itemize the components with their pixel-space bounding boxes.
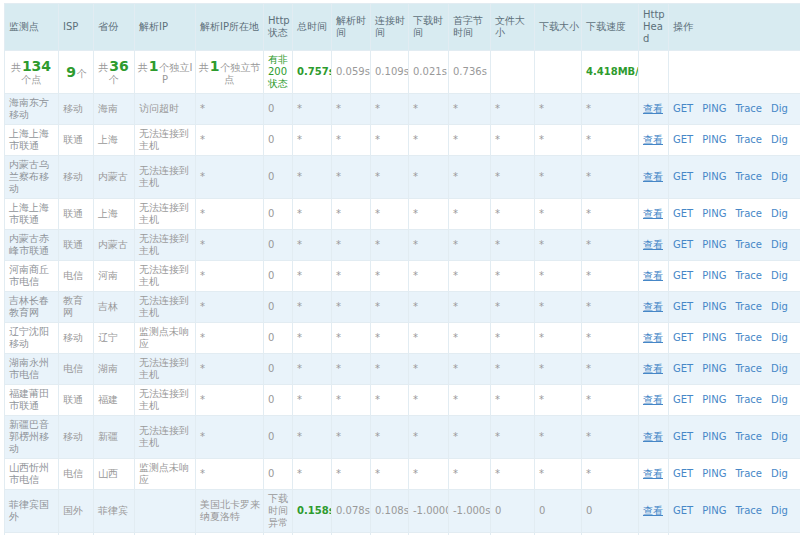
table-row: 内蒙古乌兰察布移动 移动 内蒙古 无法连接到主机 * 0 * * * * * *… xyxy=(5,156,800,199)
ping-link[interactable]: PING xyxy=(702,270,726,281)
download-size-cell: * xyxy=(535,156,582,199)
view-http-head-link[interactable]: 查看 xyxy=(643,134,663,145)
get-link[interactable]: GET xyxy=(673,394,693,405)
dig-link[interactable]: Dig xyxy=(771,363,788,374)
get-link[interactable]: GET xyxy=(673,468,693,479)
total-time-cell: * xyxy=(293,94,332,125)
total-time-cell: * xyxy=(293,156,332,199)
dig-link[interactable]: Dig xyxy=(771,332,788,343)
connect-time-cell: * xyxy=(371,261,409,292)
download-time-cell: * xyxy=(409,199,449,230)
province-cell: 内蒙古 xyxy=(94,156,135,199)
trace-link[interactable]: Trace xyxy=(735,301,762,312)
download-speed-cell: * xyxy=(582,261,639,292)
get-link[interactable]: GET xyxy=(673,171,693,182)
resolve-time-cell: * xyxy=(332,416,371,459)
monitor-point-name: 菲律宾国外 xyxy=(5,490,59,533)
column-header-download-size: 下载大小 xyxy=(535,4,582,51)
download-size-cell: * xyxy=(535,385,582,416)
get-link[interactable]: GET xyxy=(673,134,693,145)
first-byte-time-cell: * xyxy=(449,385,491,416)
http-head-cell: 查看 xyxy=(639,261,669,292)
view-http-head-link[interactable]: 查看 xyxy=(643,270,663,281)
trace-link[interactable]: Trace xyxy=(735,103,762,114)
ping-link[interactable]: PING xyxy=(702,103,726,114)
province-cell: 上海 xyxy=(94,125,135,156)
trace-link[interactable]: Trace xyxy=(735,134,762,145)
file-size-cell: * xyxy=(491,230,535,261)
dig-link[interactable]: Dig xyxy=(771,301,788,312)
view-http-head-link[interactable]: 查看 xyxy=(643,468,663,479)
monitor-point-name: 内蒙古乌兰察布移动 xyxy=(5,156,59,199)
http-head-cell: 查看 xyxy=(639,459,669,490)
operations-cell: GETPINGTraceDig xyxy=(669,230,800,261)
get-link[interactable]: GET xyxy=(673,431,693,442)
isp-cell: 移动 xyxy=(59,416,94,459)
trace-link[interactable]: Trace xyxy=(735,505,762,516)
trace-link[interactable]: Trace xyxy=(735,431,762,442)
trace-link[interactable]: Trace xyxy=(735,332,762,343)
dig-link[interactable]: Dig xyxy=(771,270,788,281)
dig-link[interactable]: Dig xyxy=(771,134,788,145)
view-http-head-link[interactable]: 查看 xyxy=(643,239,663,250)
get-link[interactable]: GET xyxy=(673,363,693,374)
resolve-ip-cell: 无法连接到主机 xyxy=(135,292,196,323)
view-http-head-link[interactable]: 查看 xyxy=(643,208,663,219)
ping-link[interactable]: PING xyxy=(702,363,726,374)
get-link[interactable]: GET xyxy=(673,208,693,219)
dig-link[interactable]: Dig xyxy=(771,239,788,250)
http-status-cell: 0 xyxy=(264,292,293,323)
trace-link[interactable]: Trace xyxy=(735,363,762,374)
ping-link[interactable]: PING xyxy=(702,301,726,312)
http-head-cell: 查看 xyxy=(639,323,669,354)
download-size-cell: * xyxy=(535,199,582,230)
trace-link[interactable]: Trace xyxy=(735,468,762,479)
dig-link[interactable]: Dig xyxy=(771,431,788,442)
trace-link[interactable]: Trace xyxy=(735,208,762,219)
get-link[interactable]: GET xyxy=(673,505,693,516)
ping-link[interactable]: PING xyxy=(702,134,726,145)
summary-section: 共134个点 9个 共36个 共1个独立IP 共1个独立节点 有非200状态 0… xyxy=(5,51,800,94)
ping-link[interactable]: PING xyxy=(702,394,726,405)
ping-link[interactable]: PING xyxy=(702,171,726,182)
get-link[interactable]: GET xyxy=(673,332,693,343)
dig-link[interactable]: Dig xyxy=(771,505,788,516)
view-http-head-link[interactable]: 查看 xyxy=(643,394,663,405)
trace-link[interactable]: Trace xyxy=(735,171,762,182)
dig-link[interactable]: Dig xyxy=(771,103,788,114)
ping-link[interactable]: PING xyxy=(702,468,726,479)
trace-link[interactable]: Trace xyxy=(735,239,762,250)
trace-link[interactable]: Trace xyxy=(735,270,762,281)
ping-link[interactable]: PING xyxy=(702,239,726,250)
summary-first-byte-time: 0.736s xyxy=(449,51,491,94)
ping-link[interactable]: PING xyxy=(702,505,726,516)
view-http-head-link[interactable]: 查看 xyxy=(643,332,663,343)
get-link[interactable]: GET xyxy=(673,239,693,250)
summary-row: 共134个点 9个 共36个 共1个独立IP 共1个独立节点 有非200状态 0… xyxy=(5,51,800,94)
resolve-ip-cell: 无法连接到主机 xyxy=(135,416,196,459)
get-link[interactable]: GET xyxy=(673,270,693,281)
monitor-point-name: 海南东方移动 xyxy=(5,94,59,125)
get-link[interactable]: GET xyxy=(673,301,693,312)
dig-link[interactable]: Dig xyxy=(771,468,788,479)
view-http-head-link[interactable]: 查看 xyxy=(643,301,663,312)
operations-cell: GETPINGTraceDig xyxy=(669,292,800,323)
view-http-head-link[interactable]: 查看 xyxy=(643,505,663,516)
view-http-head-link[interactable]: 查看 xyxy=(643,431,663,442)
get-link[interactable]: GET xyxy=(673,103,693,114)
summary-node-suffix: 个独立节点 xyxy=(220,62,260,86)
view-http-head-link[interactable]: 查看 xyxy=(643,363,663,374)
ping-link[interactable]: PING xyxy=(702,208,726,219)
trace-link[interactable]: Trace xyxy=(735,394,762,405)
download-time-cell: * xyxy=(409,125,449,156)
total-time-cell: * xyxy=(293,459,332,490)
ping-link[interactable]: PING xyxy=(702,332,726,343)
dig-link[interactable]: Dig xyxy=(771,208,788,219)
dig-link[interactable]: Dig xyxy=(771,394,788,405)
summary-province-prefix: 共 xyxy=(98,62,108,73)
resolve-time-cell: * xyxy=(332,230,371,261)
ping-link[interactable]: PING xyxy=(702,431,726,442)
dig-link[interactable]: Dig xyxy=(771,171,788,182)
view-http-head-link[interactable]: 查看 xyxy=(643,103,663,114)
view-http-head-link[interactable]: 查看 xyxy=(643,171,663,182)
